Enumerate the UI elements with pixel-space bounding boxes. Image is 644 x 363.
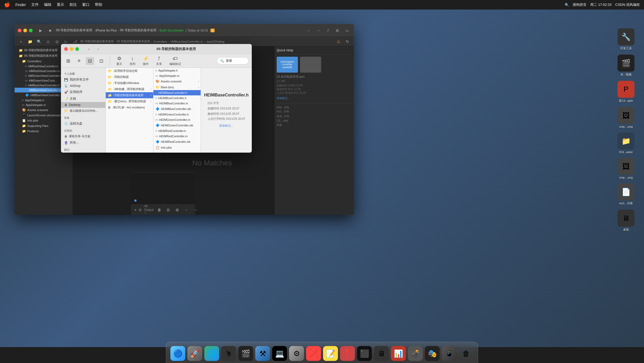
desktop-icon-ksi[interactable]: 📁 KSI...aster	[617, 132, 634, 154]
col2-assets[interactable]: 🎨 Assets.xcassets ›	[153, 78, 201, 84]
finder-back-button[interactable]: ‹	[85, 45, 93, 53]
finder-my-files[interactable]: 💾 我的所有文件	[61, 76, 105, 83]
dock-bomb[interactable]: 💣	[408, 346, 423, 361]
finder-forward-button[interactable]: ›	[94, 45, 102, 53]
bc-file[interactable]: HMBlueViewController.m	[170, 40, 203, 43]
dock-mouse[interactable]: 🖱	[221, 346, 236, 361]
col1-item-1[interactable]: 📁 -应用程序启动过程	[106, 68, 153, 74]
finder-search-field[interactable]: 🔍 搜索	[217, 57, 249, 64]
finder-remote-disk[interactable]: 💿 远程光盘	[61, 120, 105, 127]
menu-edit[interactable]: 编辑	[44, 2, 51, 7]
bc-controllers[interactable]: Controllers	[153, 40, 167, 43]
col2-heimred-h[interactable]: h HEIMRedController.h	[153, 128, 201, 134]
desktop-icon-devtools[interactable]: 🔧 开发工具	[617, 28, 634, 50]
view-toggle-coverflow[interactable]: ⊡	[97, 57, 105, 65]
col2-heimred-xib[interactable]: 🔷 HEIMRedController.xib	[153, 139, 201, 145]
view-toggle-columns[interactable]: ⊟	[86, 57, 94, 65]
col2-heimblue-xib[interactable]: 🔷 HEIMBlueController.xib	[153, 106, 201, 112]
fullscreen-button[interactable]	[29, 29, 33, 32]
test-icon[interactable]: ◎	[53, 38, 61, 45]
bc-sub[interactable]: 06-导航控制器的基本使用	[117, 39, 150, 43]
col2-heimbase-h[interactable]: h HEIMBaseController.h	[153, 90, 201, 95]
view-toggle-icons[interactable]: ⊞	[64, 57, 72, 65]
dock-settings[interactable]: ⚙	[289, 346, 304, 361]
finder-course[interactable]: 📁 第13期黑马iOS学科...	[61, 108, 105, 114]
col1-item-5[interactable]: 📁 -导航控制器的基本使用 ›	[106, 92, 153, 98]
col2-heimgreen-xib[interactable]: 🔷 HEIMGreenController.xib	[153, 122, 201, 128]
dock-xmind[interactable]: ❌	[306, 346, 321, 361]
breadcrumb-project[interactable]: 06-导航控制器的基本使用	[56, 28, 92, 33]
action-toolbar-btn[interactable]: ⚡ 操作	[141, 55, 151, 67]
nav-next-icon[interactable]: →	[192, 206, 199, 214]
warning-nav-icon[interactable]: ⚠	[335, 38, 342, 45]
col2-heimgreen-h[interactable]: h HEIMGreenController.h	[153, 112, 201, 117]
dock-iphone[interactable]: 📱	[442, 346, 457, 361]
dock-screen[interactable]: 🖥	[374, 346, 389, 361]
add-file-icon[interactable]: +	[17, 38, 25, 45]
dock-black[interactable]: ⬛	[357, 346, 372, 361]
dock-terminal[interactable]: 💻	[272, 346, 287, 361]
menu-window[interactable]: 窗口	[82, 2, 90, 7]
col1-item-3[interactable]: 📁 -手动创建UIWindow	[106, 80, 153, 86]
nav-forward-icon[interactable]: →	[315, 27, 322, 34]
desktop-icon-snip1[interactable]: 🖼 snip....png	[617, 107, 634, 128]
tag-toolbar-btn[interactable]: 🏷 编辑标记	[167, 55, 183, 67]
add-tag-link[interactable]: 添加标记...	[277, 96, 352, 100]
finder-tag-red[interactable]: ● 灯红	[61, 152, 105, 153]
bc-project[interactable]: 06-导航控制器的基本使用	[80, 39, 114, 43]
col2-appdelegate-m[interactable]: m AppDelegate.m	[153, 73, 201, 78]
col2-info-plist[interactable]: 📋 Info.plist	[153, 145, 201, 150]
desktop-icon-video[interactable]: 🎬 未···视频	[617, 55, 634, 77]
trash-icon[interactable]: 🗑	[156, 206, 163, 214]
settings-toolbar-btn[interactable]: ⚙ 显示	[114, 55, 124, 67]
close-button[interactable]	[18, 29, 21, 32]
apple-menu[interactable]: 🍎	[4, 2, 10, 8]
folder-icon[interactable]: 📁	[26, 38, 34, 45]
menu-finder[interactable]: Finder	[15, 3, 26, 7]
menu-help[interactable]: 帮助	[95, 2, 102, 7]
nav-back-icon[interactable]: ←	[305, 27, 312, 34]
search-icon[interactable]: 🔍	[35, 38, 43, 45]
dock-launchpad[interactable]: 🚀	[187, 346, 202, 361]
search-input-icon[interactable]: 🔍	[565, 3, 569, 7]
dock-video[interactable]: 🎬	[238, 346, 253, 361]
finder-share-all[interactable]: 🔮 所有...	[61, 139, 105, 146]
menu-go[interactable]: 前往	[69, 2, 77, 7]
breadcrumb-scheme[interactable]: iPhone 6s Plus	[95, 29, 117, 32]
stop-button[interactable]: ■	[46, 27, 54, 34]
add-icon[interactable]: +	[134, 206, 136, 214]
finder-applications[interactable]: 🚀 应用程序	[61, 89, 105, 95]
finder-documents[interactable]: 📝 文稿	[61, 95, 105, 102]
breadcrumb-target[interactable]: 06-导航控制器的基本使用	[120, 28, 156, 33]
col2-heimred-m[interactable]: m HEIMRedController.m	[153, 134, 201, 139]
col1-item-7[interactable]: ⚙ -第2天(多···ler).xcodeproj	[106, 104, 153, 110]
finder-desktop[interactable]: 🖥 Desktop	[61, 102, 105, 108]
dock-theater[interactable]: 🎭	[425, 346, 440, 361]
dock-safari[interactable]: 🌐	[204, 346, 219, 361]
col1-item-6[interactable]: 📁 -通过story...用导航控制器 ›	[106, 98, 153, 104]
finder-share-mafang[interactable]: 🖥 课程共享-马方超	[61, 133, 105, 139]
col2-heimblue-m[interactable]: m HEIMBlueController.m	[153, 101, 201, 106]
warning-icon[interactable]: ⚠	[44, 38, 52, 45]
toggle-panel-icon[interactable]: ▭	[343, 27, 351, 34]
desktop-icon-pptx[interactable]: P 第13...pptx	[617, 81, 634, 103]
settings-icon[interactable]: ⊞	[334, 27, 341, 34]
dock-xcode[interactable]: ⚒	[255, 346, 270, 361]
grid-icon[interactable]: ⊞	[174, 206, 181, 214]
finder-close-button[interactable]	[64, 47, 68, 51]
menu-view[interactable]: 显示	[57, 2, 64, 7]
refresh-icon[interactable]: ↻	[344, 38, 351, 45]
finder-airdrop[interactable]: 📡 AirDrop	[61, 83, 105, 89]
dock-question[interactable]: ❓	[340, 346, 355, 361]
col2-appdelegate-h[interactable]: h AppDelegate.h	[153, 68, 201, 73]
dock-presentation[interactable]: 📊	[391, 346, 406, 361]
menu-file[interactable]: 文件	[31, 2, 39, 7]
sort-toolbar-btn[interactable]: ↕ 排列	[127, 55, 138, 67]
nav-prev-icon[interactable]: ←	[183, 206, 190, 214]
play-button[interactable]: ▶	[37, 27, 44, 34]
view-toggle-list[interactable]: ≡	[76, 57, 83, 65]
share-icon[interactable]: ⤴	[324, 27, 332, 34]
desktop-icon-desktop[interactable]: 🖥 桌面	[617, 210, 634, 232]
dock-finder[interactable]: 🔵	[170, 346, 185, 361]
col2-heimgreen-m[interactable]: m HEIMGreenController.m	[153, 117, 201, 122]
